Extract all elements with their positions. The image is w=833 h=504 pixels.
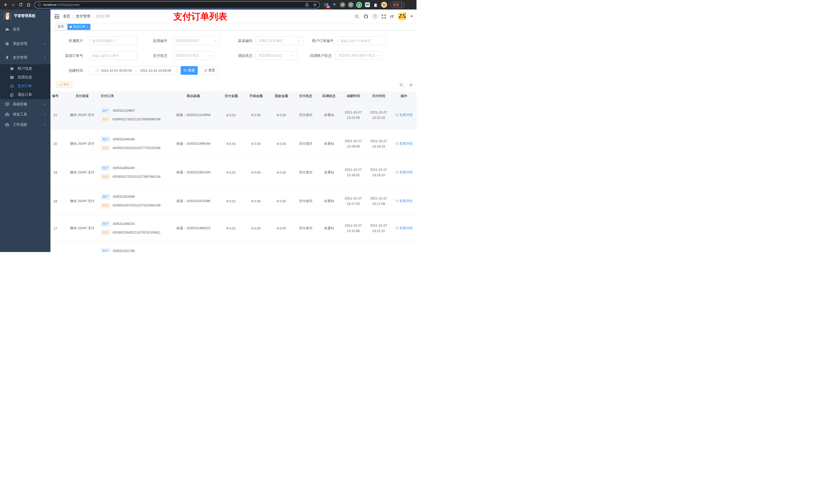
browser-reload-icon[interactable] — [17, 1, 25, 9]
export-button[interactable]: 导出 — [56, 81, 72, 88]
table-row[interactable]: 18 微信 JSAPI 支付 商户1635311823086 支付4200001… — [50, 187, 416, 215]
site-info-icon[interactable] — [38, 3, 41, 7]
view-detail-link[interactable]: 查看详情 — [396, 199, 413, 203]
sidebar: 芋道管理系统 首页 系统管理 ¥ 支付管理 — [0, 9, 50, 252]
notify-status-select[interactable]: 请选择订单回调商户状态 — [335, 51, 382, 60]
extensions-puzzle-icon[interactable] — [373, 2, 378, 7]
browser-back-icon[interactable] — [2, 1, 9, 9]
browser-home-icon[interactable] — [25, 1, 32, 9]
sidebar-item-workflow[interactable]: 工作流程 — [0, 120, 50, 130]
sidebar-item-app-info[interactable]: 应用信息 — [0, 73, 50, 82]
cell-pay-amount: ¥ 0.01 — [219, 129, 243, 158]
chevron-down-icon — [44, 113, 46, 116]
reset-button[interactable]: 重置 — [201, 66, 218, 75]
cell-product-title: 标题：1635311949168 — [168, 129, 219, 158]
channel-order-no-input[interactable] — [89, 51, 137, 60]
merchant-input-field[interactable] — [92, 39, 134, 43]
extension-command-icon[interactable]: ⌘ — [340, 2, 345, 7]
col-refund-amount: 退款金额 — [269, 91, 294, 101]
magnifier-icon — [396, 226, 399, 230]
address-bar[interactable]: localhost:1024/pay/order — [34, 1, 320, 8]
extension-y-icon[interactable]: y — [356, 2, 362, 8]
search-icon[interactable] — [355, 14, 359, 19]
table-row[interactable]: 20 微信 JSAPI 支付 商户1635311949168 支付4200001… — [50, 129, 416, 158]
chevron-down-icon — [291, 54, 294, 57]
hamburger-icon[interactable] — [54, 14, 60, 19]
date-start[interactable]: 2021-10-01 00:00:00 — [101, 69, 132, 72]
fullscreen-icon[interactable] — [382, 14, 386, 19]
view-detail-link[interactable]: 查看详情 — [396, 170, 413, 175]
pay-status-select[interactable]: 请选择支付状态 — [173, 51, 214, 60]
table-row[interactable]: 19 微信 JSAPI 支付 商户1635311881440 支付4200001… — [50, 158, 416, 187]
caret-down-icon[interactable] — [410, 16, 413, 17]
cell-pay-status: 支付成功 — [294, 129, 317, 158]
browser-forward-icon[interactable] — [9, 1, 17, 9]
sidebar-item-dev-tools[interactable]: 研发工具 — [0, 110, 50, 120]
bookmark-star-icon[interactable] — [313, 3, 317, 7]
cell-pay-status: 支付成功 — [294, 101, 317, 129]
sidebar-item-refund-order[interactable]: 退款订单 — [0, 90, 50, 99]
view-detail-link[interactable]: 查看详情 — [396, 141, 413, 146]
toggle-search-button[interactable] — [398, 81, 405, 89]
browser-update-button[interactable]: 更新 — [390, 2, 404, 8]
app-logo[interactable]: 芋道管理系统 — [0, 9, 50, 22]
filter-label-notify-status: 回调商户状态 — [301, 51, 331, 60]
merchant-tag: 商户 — [101, 248, 111, 252]
cell-actions: 查看详情 — [391, 129, 416, 158]
pay-tag: 支付 — [101, 145, 111, 151]
command-glyph: ⌘ — [341, 3, 344, 7]
store-icon — [10, 67, 14, 71]
merchant-order-no-field[interactable] — [340, 39, 384, 43]
search-button[interactable]: 搜索 — [181, 66, 198, 75]
table-row[interactable]: 21 微信 JSAPI 支付 商户1635312124657 支付4200001… — [50, 101, 416, 129]
refresh-table-button[interactable] — [407, 81, 415, 89]
font-size-icon[interactable]: tT — [390, 14, 394, 19]
profile-emoji-avatar[interactable] — [381, 2, 387, 8]
cell-id: 18 — [50, 187, 67, 215]
content: 所属商户 应用编号 请选择应用信息 渠道编码 请输入渠道编码 商户订单编号 渠道… — [50, 30, 416, 252]
search-label: 搜索 — [188, 68, 195, 73]
view-detail-link[interactable]: 查看详情 — [396, 226, 413, 231]
refresh-icon — [204, 69, 207, 72]
extension-kite-icon[interactable] — [332, 2, 337, 7]
sidebar-item-pay-order[interactable]: ¥ 支付订单 — [0, 82, 50, 90]
github-icon[interactable] — [363, 14, 368, 19]
create-time-range-picker[interactable]: 2021-10-01 00:00:00 - 2021-10-31 23:59:5… — [89, 66, 177, 75]
refund-status-select[interactable]: 请选择退款状态 — [255, 51, 298, 60]
tab-home[interactable]: 首页 — [55, 24, 66, 30]
channel-code-select[interactable]: 请输入渠道编码 — [256, 37, 304, 45]
close-icon[interactable]: × — [87, 25, 88, 28]
browser-menu-icon[interactable] — [401, 3, 402, 6]
table-row-partial[interactable]: 商户1635311351796 支付 — [50, 241, 416, 252]
extension-badge: 10 — [326, 6, 330, 8]
filter-label-merchant: 所属商户 — [52, 37, 83, 45]
app-no-select[interactable]: 请选择应用信息 — [173, 37, 220, 45]
cell-pay-order: 商户1635311949168 支付4200001181202110277723… — [98, 129, 168, 158]
sidebar-item-system[interactable]: 系统管理 — [0, 37, 50, 51]
url-host: localhost — [43, 3, 56, 7]
merchant-order-no-input[interactable] — [337, 37, 387, 45]
date-end[interactable]: 2021-10-31 23:59:59 — [140, 69, 171, 72]
extension-chat-icon[interactable] — [365, 2, 370, 7]
filter-label-channel-order-no: 渠道订单号 — [52, 51, 83, 60]
channel-order-no-field[interactable] — [92, 54, 134, 57]
tab-pay-order[interactable]: 支付订单 × — [67, 24, 90, 30]
sidebar-item-merchant-info[interactable]: 商户信息 — [0, 64, 50, 73]
cell-pay-channel: 微信 JSAPI 支付 — [67, 158, 98, 187]
table-row[interactable]: 17 微信 JSAPI 支付 商户1635311468233 支付4200001… — [50, 215, 416, 241]
sidebar-item-home[interactable]: 首页 — [0, 22, 50, 37]
cell-refund-amount: ¥ 0.00 — [269, 215, 294, 241]
extension-diamond-icon[interactable]: 10 — [324, 2, 329, 7]
sidebar-item-infrastructure[interactable]: 基础设施 — [0, 99, 50, 110]
cell-notify-status: 未通知 — [317, 129, 341, 158]
breadcrumb-pay-management[interactable]: 支付管理 — [76, 14, 90, 19]
user-avatar[interactable] — [398, 13, 406, 20]
view-detail-link[interactable]: 查看详情 — [396, 113, 413, 117]
merchant-input[interactable] — [89, 37, 137, 45]
breadcrumb-home[interactable]: 首页 — [63, 14, 70, 19]
chevron-down-icon — [208, 54, 211, 57]
extension-dot-icon[interactable] — [348, 2, 354, 7]
help-icon[interactable]: ? — [373, 14, 377, 19]
share-icon[interactable] — [305, 3, 309, 7]
sidebar-item-payment[interactable]: ¥ 支付管理 — [0, 51, 50, 64]
